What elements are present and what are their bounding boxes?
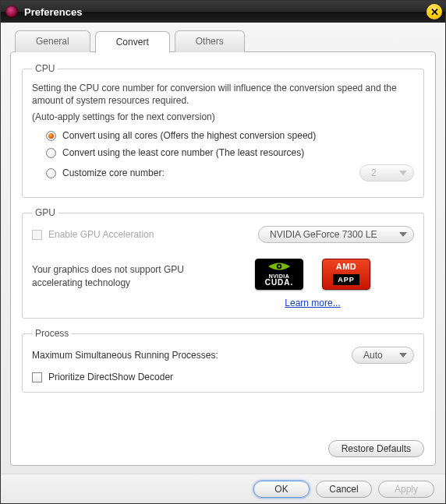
group-process: Process Maximum Simultaneous Running Pro…: [22, 328, 424, 393]
tab-convert[interactable]: Convert: [95, 31, 170, 53]
nvidia-eye-icon: [267, 262, 292, 271]
dialog-footer: OK Cancel Apply: [1, 474, 445, 503]
tab-panel-convert: CPU Setting the CPU core number for conv…: [10, 51, 436, 466]
gpu-support-note: Your graphics does not support GPU accel…: [32, 263, 188, 288]
amd-brand-text: AMD: [336, 263, 357, 271]
max-processes-value: Auto: [363, 350, 383, 361]
chevron-down-icon: [399, 171, 407, 175]
gpu-top-row: Enable GPU Acceleration NVIDIA GeForce 7…: [32, 226, 414, 243]
titlebar: Preferences ✕: [1, 1, 445, 23]
group-gpu: GPU Enable GPU Acceleration NVIDIA GeFor…: [22, 207, 424, 319]
radio-least-cores[interactable]: [46, 148, 56, 158]
group-cpu: CPU Setting the CPU core number for conv…: [22, 63, 424, 198]
cpu-opt-custom-row: Customize core number: 2: [32, 164, 414, 182]
close-button[interactable]: ✕: [427, 4, 442, 19]
gpu-logos: NVIDIA CUDA. AMD APP: [211, 259, 414, 290]
gpu-mid-row: Your graphics does not support GPU accel…: [32, 248, 414, 308]
tab-others[interactable]: Others: [175, 30, 245, 52]
chevron-down-icon: [399, 353, 407, 358]
radio-all-cores[interactable]: [46, 131, 56, 141]
amd-app-logo: AMD APP: [322, 259, 370, 290]
gpu-device-select[interactable]: NVIDIA GeForce 7300 LE: [258, 226, 414, 243]
apply-button: Apply: [378, 481, 434, 498]
cpu-description: Setting the CPU core number for conversi…: [32, 82, 414, 107]
window-title: Preferences: [24, 6, 82, 18]
ok-button[interactable]: OK: [253, 481, 310, 498]
cancel-button[interactable]: Cancel: [316, 481, 372, 498]
cpu-opt-all-row[interactable]: Convert using all cores (Offers the high…: [32, 130, 414, 141]
close-icon: ✕: [430, 6, 439, 18]
radio-least-cores-label: Convert using the least core number (The…: [62, 147, 304, 158]
nvidia-cuda-text: CUDA.: [265, 279, 294, 287]
preferences-window: Preferences ✕ General Convert Others CPU…: [0, 0, 446, 504]
group-cpu-legend: CPU: [32, 63, 58, 74]
nvidia-cuda-logo: NVIDIA CUDA.: [255, 259, 303, 290]
group-gpu-legend: GPU: [32, 207, 58, 218]
gpu-learn-more-link[interactable]: Learn more...: [285, 298, 340, 308]
prioritize-decoder-checkbox[interactable]: [32, 372, 42, 382]
max-processes-label: Maximum Simultaneous Running Processes:: [32, 350, 218, 361]
tab-general[interactable]: General: [15, 30, 90, 52]
core-count-select: 2: [359, 164, 414, 182]
amd-app-text: APP: [333, 274, 359, 285]
max-processes-select[interactable]: Auto: [352, 347, 414, 364]
core-count-value: 2: [371, 167, 377, 178]
cpu-autoapply-hint: (Auto-apply settings for the next conver…: [32, 111, 414, 122]
radio-all-cores-label: Convert using all cores (Offers the high…: [62, 130, 316, 141]
svg-point-1: [278, 266, 281, 268]
cpu-opt-least-row[interactable]: Convert using the least core number (The…: [32, 147, 414, 158]
tabstrip: General Convert Others: [10, 30, 436, 52]
chevron-down-icon: [399, 232, 407, 237]
radio-custom-cores-label: Customize core number:: [62, 167, 165, 178]
gpu-enable-label: Enable GPU Acceleration: [48, 229, 154, 240]
prioritize-decoder-label: Prioritize DirectShow Decoder: [48, 372, 173, 382]
window-body: General Convert Others CPU Setting the C…: [1, 23, 445, 474]
gpu-device-value: NVIDIA GeForce 7300 LE: [270, 229, 377, 240]
restore-defaults-button[interactable]: Restore Defaults: [328, 440, 424, 457]
gpu-enable-checkbox: [32, 230, 42, 240]
restore-row: Restore Defaults: [22, 435, 424, 457]
radio-custom-cores[interactable]: [46, 168, 56, 178]
group-process-legend: Process: [32, 328, 72, 339]
gpu-learn-more-row: Learn more...: [211, 298, 414, 308]
app-icon: [5, 5, 18, 18]
